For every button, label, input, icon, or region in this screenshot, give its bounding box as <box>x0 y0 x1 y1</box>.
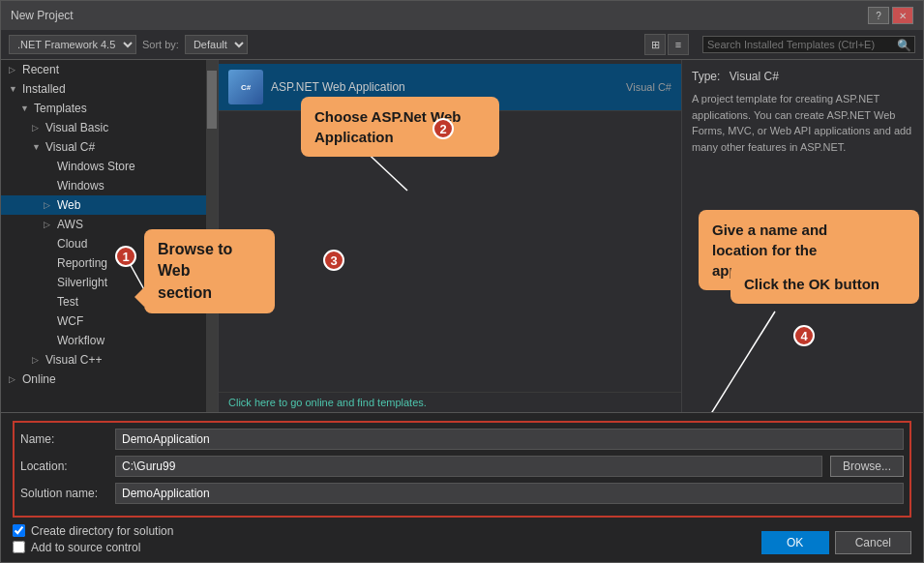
dialog-window: New Project ? ✕ .NET Framework 4.5 Sort … <box>0 0 924 563</box>
help-button[interactable]: ? <box>868 7 889 24</box>
expand-icon: ▷ <box>44 200 53 210</box>
type-value: Visual C# <box>730 70 779 83</box>
expand-icon: ▷ <box>32 123 42 133</box>
sidebar-item-label: Visual C# <box>45 140 95 154</box>
callout-choose: Choose ASP.Net WebApplication <box>301 97 499 157</box>
project-icon: C# <box>228 70 263 104</box>
type-description: A project template for creating ASP.NET … <box>692 91 913 155</box>
sidebar-item-templates[interactable]: ▼Templates <box>1 99 218 118</box>
view-icons: ⊞ ≡ <box>644 34 689 55</box>
location-label: Location: <box>20 459 107 473</box>
badge-1: 1 <box>115 246 136 267</box>
badge-1-label: 1 <box>115 246 136 267</box>
content-area: ▷Recent▼Installed▼Templates▷Visual Basic… <box>1 60 923 412</box>
add-source-label: Add to source control <box>31 541 140 554</box>
badge-3-label: 3 <box>323 250 344 271</box>
sort-dropdown[interactable]: Default <box>185 35 248 54</box>
create-dir-row: Create directory for solution <box>13 524 173 538</box>
callout-browse: Browse toWebsection <box>144 229 275 313</box>
type-row: Type: Visual C# <box>692 70 913 83</box>
sidebar-item-workflow[interactable]: Workflow <box>1 331 218 350</box>
search-icon: 🔍 <box>897 39 911 52</box>
expand-icon: ▼ <box>20 104 30 113</box>
expand-icon: ▷ <box>32 355 42 365</box>
dialog-buttons: OK Cancel <box>761 531 911 554</box>
project-name: ASP.NET Web Application <box>271 80 405 94</box>
expand-icon: ▷ <box>44 220 53 229</box>
badge-2: 2 <box>432 118 454 139</box>
cancel-button[interactable]: Cancel <box>835 531 911 554</box>
expand-icon: ▼ <box>9 84 18 94</box>
sidebar-item-label: Visual Basic <box>45 121 108 134</box>
list-view-icon[interactable]: ≡ <box>668 34 689 55</box>
sidebar-item-label: Installed <box>22 82 66 96</box>
sidebar-item-label: Visual C++ <box>45 353 102 367</box>
add-source-row: Add to source control <box>13 541 173 554</box>
solution-input[interactable] <box>115 483 904 504</box>
name-label: Name: <box>20 432 107 446</box>
expand-icon: ▷ <box>9 65 18 74</box>
close-button[interactable]: ✕ <box>892 7 913 24</box>
sidebar-item-label: Silverlight <box>57 276 107 289</box>
title-bar: New Project ? ✕ <box>1 1 923 30</box>
badge-4: 4 <box>793 325 815 346</box>
sidebar-item-label: Windows Store <box>57 160 135 173</box>
expand-icon: ▷ <box>9 374 18 384</box>
sidebar-item-online[interactable]: ▷Online <box>1 370 218 389</box>
sidebar-item-label: AWS <box>57 218 83 231</box>
title-bar-buttons: ? ✕ <box>868 7 913 24</box>
location-input-group: C:\Guru99 Browse... <box>115 456 904 477</box>
create-dir-checkbox[interactable] <box>13 524 25 537</box>
sidebar-item-visual-c-sharp[interactable]: ▼Visual C# <box>1 137 218 157</box>
project-type: Visual C# <box>626 81 671 93</box>
sidebar-item-label: Templates <box>34 102 87 115</box>
sidebar-item-label: Online <box>22 372 56 386</box>
badge-2-label: 2 <box>432 118 454 139</box>
location-select[interactable]: C:\Guru99 <box>115 456 822 477</box>
sidebar-item-label: Test <box>57 295 78 309</box>
sidebar-item-web[interactable]: ▷Web <box>1 195 218 215</box>
bottom-panel: Name: Location: C:\Guru99 Browse... Solu… <box>1 412 923 562</box>
badge-3: 3 <box>323 250 344 271</box>
grid-view-icon[interactable]: ⊞ <box>644 34 666 55</box>
search-input[interactable] <box>702 36 915 53</box>
expand-icon: ▼ <box>32 142 42 152</box>
sidebar-item-label: WCF <box>57 314 83 328</box>
project-icon-text: C# <box>241 83 251 92</box>
sidebar-item-installed[interactable]: ▼Installed <box>1 79 218 99</box>
online-link[interactable]: Click here to go online and find templat… <box>228 397 427 408</box>
sidebar-item-windows[interactable]: Windows <box>1 176 218 195</box>
sidebar-item-visual-basic[interactable]: ▷Visual Basic <box>1 118 218 137</box>
ok-button[interactable]: OK <box>761 531 829 554</box>
sort-label: Sort by: <box>142 39 179 50</box>
sidebar-item-label: Cloud <box>57 237 87 251</box>
form-outline: Name: Location: C:\Guru99 Browse... Solu… <box>13 421 911 518</box>
sidebar-item-recent[interactable]: ▷Recent <box>1 60 218 79</box>
callout-ok: Click the OK button <box>730 264 919 304</box>
solution-row: Solution name: <box>20 483 904 504</box>
framework-dropdown[interactable]: .NET Framework 4.5 <box>9 35 136 54</box>
sidebar-item-label: Windows <box>57 179 104 193</box>
location-row: Location: C:\Guru99 Browse... <box>20 456 904 477</box>
name-row: Name: <box>20 429 904 450</box>
sidebar-item-wcf[interactable]: WCF <box>1 311 218 331</box>
sidebar-item-windows-store[interactable]: Windows Store <box>1 157 218 176</box>
sidebar-item-label: Recent <box>22 63 59 76</box>
name-input[interactable] <box>115 429 904 450</box>
sidebar-item-label: Web <box>57 198 80 212</box>
sidebar-item-label: Workflow <box>57 334 104 347</box>
browse-button[interactable]: Browse... <box>830 456 904 477</box>
add-source-checkbox[interactable] <box>13 541 25 553</box>
dialog-title: New Project <box>11 9 74 22</box>
type-label: Type: <box>692 70 720 83</box>
online-link-container: Click here to go online and find templat… <box>219 392 681 412</box>
toolbar: .NET Framework 4.5 Sort by: Default ⊞ ≡ … <box>1 30 923 60</box>
sidebar-item-label: Reporting <box>57 256 107 270</box>
sidebar-item-visual-cpp[interactable]: ▷Visual C++ <box>1 350 218 370</box>
solution-label: Solution name: <box>20 487 107 500</box>
create-dir-label: Create directory for solution <box>31 524 173 538</box>
badge-4-label: 4 <box>793 325 815 346</box>
